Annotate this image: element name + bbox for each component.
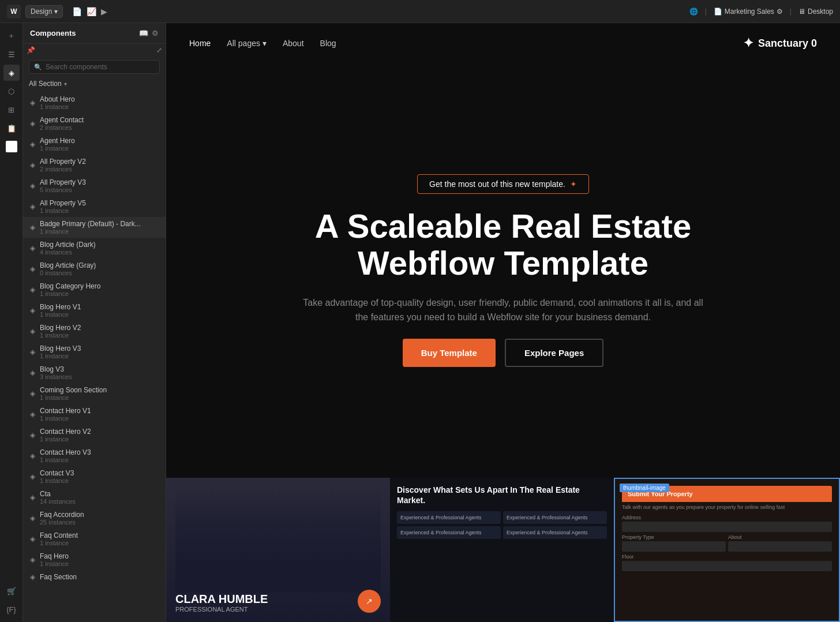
buy-template-button[interactable]: Buy Template <box>403 339 496 367</box>
component-info: About Hero 1 instance <box>40 95 160 110</box>
panel-actions: 📌 ⤢ <box>23 44 166 57</box>
list-item[interactable]: ◈ Blog Category Hero 1 instance <box>23 279 166 300</box>
panel-header-icons: 📖 ⚙ <box>139 29 159 38</box>
section-filter[interactable]: All Section ▾ <box>23 77 166 91</box>
list-item[interactable]: ◈ Faq Hero 1 instance <box>23 549 166 570</box>
list-item[interactable]: ◈ Blog Hero V1 1 instance <box>23 300 166 321</box>
component-info: Badge Primary (Default) - Dark... 1 inst… <box>40 220 149 235</box>
list-item[interactable]: ◈ Badge Primary (Default) - Dark... 1 in… <box>23 217 166 238</box>
rail-cms-icon[interactable]: ⊞ <box>3 102 20 118</box>
component-icon: ◈ <box>30 389 35 398</box>
nav-about[interactable]: About <box>283 39 304 48</box>
list-item[interactable]: ◈ Blog Article (Dark) 4 instances <box>23 238 166 258</box>
list-item[interactable]: ◈ Agent Hero 1 instance <box>23 134 166 155</box>
history-icon[interactable]: 📈 <box>87 7 96 16</box>
component-icon: ◈ <box>30 431 35 439</box>
settings-icon[interactable]: ⚙ <box>777 8 783 16</box>
form-field-floor[interactable] <box>622 561 832 571</box>
icon-rail: ＋ ☰ ◈ ⬡ ⊞ 📋 🛒 {F} <box>0 23 23 622</box>
component-instances: 1 instance <box>40 477 160 484</box>
form-field-address[interactable] <box>622 522 832 532</box>
list-item[interactable]: ◈ All Property V2 2 instances <box>23 155 166 175</box>
list-item[interactable]: ◈ Agent Contact 2 instances <box>23 113 166 134</box>
list-item[interactable]: ◈ Blog Article (Gray) 0 instances <box>23 258 166 279</box>
hero-subtitle: Take advantage of top-quality design, us… <box>301 295 705 325</box>
panel-settings-icon[interactable]: ⚙ <box>152 29 159 38</box>
rail-pages-icon[interactable]: 📋 <box>3 120 20 136</box>
component-info: Blog Hero V1 1 instance <box>40 303 160 318</box>
search-input[interactable] <box>46 63 155 71</box>
marketing-sales-item[interactable]: 📄 Marketing Sales ⚙ <box>714 8 783 16</box>
rail-components-icon[interactable]: ◈ <box>3 65 20 81</box>
panel-pin-icon[interactable]: 📌 <box>27 46 35 54</box>
list-item[interactable]: ◈ All Property V5 1 instance <box>23 196 166 217</box>
component-name: Contact V3 <box>40 469 160 477</box>
rail-white-square[interactable] <box>6 141 17 152</box>
form-label-about: About <box>728 534 832 540</box>
panel-book-icon[interactable]: 📖 <box>139 29 148 38</box>
rail-assets-icon[interactable]: ⬡ <box>3 83 20 99</box>
form-label-floor: Floor <box>622 554 832 560</box>
page-icon: 📄 <box>714 8 722 16</box>
webflow-logo[interactable]: W <box>7 5 21 18</box>
component-info: Contact Hero V3 1 instance <box>40 448 160 463</box>
rail-ecommerce-icon[interactable]: 🛒 <box>3 583 20 599</box>
hero-buttons: Buy Template Explore Pages <box>403 339 604 367</box>
list-item[interactable]: ◈ Contact Hero V3 1 instance <box>23 445 166 466</box>
globe-icon[interactable]: 🌐 <box>689 8 698 16</box>
component-name: Faq Content <box>40 531 160 539</box>
list-item[interactable]: ◈ Blog Hero V2 1 instance <box>23 321 166 342</box>
thumb-person: CLARA HUMBLE PROFESSIONAL AGENT <box>166 478 390 622</box>
section-filter-label: All Section <box>29 80 62 88</box>
list-item[interactable]: ◈ Faq Accordion 25 instances <box>23 508 166 529</box>
list-item[interactable]: ◈ Contact Hero V2 1 instance <box>23 425 166 445</box>
component-info: Blog Article (Dark) 4 instances <box>40 241 160 256</box>
component-instances: 1 instance <box>40 353 160 359</box>
list-item[interactable]: ◈ Blog Hero V3 1 instance <box>23 342 166 362</box>
panel-header: Components 📖 ⚙ <box>23 23 166 44</box>
list-item[interactable]: ◈ Contact V3 1 instance <box>23 466 166 487</box>
canvas-area[interactable]: Home All pages ▾ About Blog ✦ Sanctuary … <box>166 23 840 622</box>
rail-add-icon[interactable]: ＋ <box>3 28 20 44</box>
list-item[interactable]: ◈ Cta 14 instances <box>23 487 166 508</box>
orange-circle: ↗ <box>358 590 381 613</box>
cta-badge[interactable]: Get the most out of this new template. ✦ <box>417 174 589 194</box>
form-field-about[interactable] <box>728 541 832 552</box>
divider: | <box>705 8 707 16</box>
list-item[interactable]: ◈ Faq Section <box>23 570 166 584</box>
form-field-type[interactable] <box>622 541 726 552</box>
hero-title-line1: A Scaleable Real Estate <box>315 207 691 245</box>
preview-icon[interactable]: ▶ <box>101 7 107 16</box>
thumbnail-1: CLARA HUMBLE PROFESSIONAL AGENT ↗ <box>166 478 390 622</box>
list-item[interactable]: ◈ About Hero 1 instance <box>23 92 166 113</box>
list-item[interactable]: ◈ All Property V3 5 instances <box>23 175 166 196</box>
explore-pages-button[interactable]: Explore Pages <box>505 339 603 367</box>
list-item[interactable]: ◈ Coming Soon Section 1 instance <box>23 383 166 404</box>
list-item[interactable]: ◈ Blog V3 3 instances <box>23 362 166 383</box>
nav-all-pages[interactable]: All pages ▾ <box>227 39 267 48</box>
preview-frame: Home All pages ▾ About Blog ✦ Sanctuary … <box>166 23 840 622</box>
badge-text: Get the most out of this new template. <box>429 179 565 189</box>
component-instances: 14 instances <box>40 498 160 505</box>
component-icon: ◈ <box>30 99 35 107</box>
panel-expand-icon[interactable]: ⤢ <box>156 46 162 54</box>
discover-title: Discover What Sets Us Apart In The Real … <box>397 485 607 505</box>
rail-layers-icon[interactable]: ☰ <box>3 46 20 62</box>
nav-home[interactable]: Home <box>189 39 211 48</box>
component-instances: 2 instances <box>40 124 160 131</box>
component-instances: 1 instance <box>40 394 160 401</box>
list-item[interactable]: ◈ Faq Content 1 instance <box>23 529 166 549</box>
design-mode-button[interactable]: Design ▾ <box>25 5 63 18</box>
save-icon[interactable]: 📄 <box>72 7 82 16</box>
component-icon: ◈ <box>30 244 35 252</box>
component-info: Faq Section <box>40 573 160 581</box>
list-item[interactable]: ◈ Contact Hero V1 1 instance <box>23 404 166 425</box>
desktop-mode-button[interactable]: 🖥 Desktop <box>798 8 833 16</box>
design-label: Design <box>31 8 52 16</box>
component-instances: 1 instance <box>40 103 160 110</box>
component-icon: ◈ <box>30 140 35 148</box>
rail-logic-icon[interactable]: {F} <box>3 601 20 617</box>
component-name: Badge Primary (Default) - Dark... <box>40 220 149 228</box>
component-icon: ◈ <box>30 286 35 294</box>
nav-blog[interactable]: Blog <box>320 39 336 48</box>
